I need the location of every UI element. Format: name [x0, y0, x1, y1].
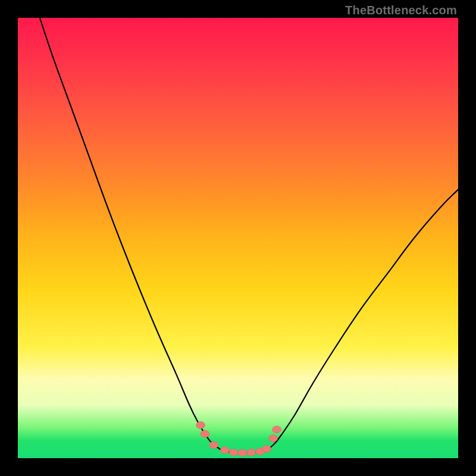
valley-marker — [196, 422, 205, 429]
valley-marker — [273, 426, 281, 433]
plot-area — [18, 18, 458, 458]
chart-svg — [18, 18, 458, 458]
valley-marker — [247, 449, 256, 456]
valley-marker — [201, 430, 209, 437]
valley-marker — [209, 441, 218, 449]
valley-curve — [40, 18, 458, 453]
valley-marker — [229, 449, 238, 456]
chart-frame: TheBottleneck.com — [0, 0, 476, 476]
valley-marker — [262, 445, 271, 452]
watermark-text: TheBottleneck.com — [345, 4, 457, 17]
valley-marker — [220, 447, 229, 454]
valley-marker — [269, 435, 278, 442]
valley-marker — [238, 449, 247, 456]
